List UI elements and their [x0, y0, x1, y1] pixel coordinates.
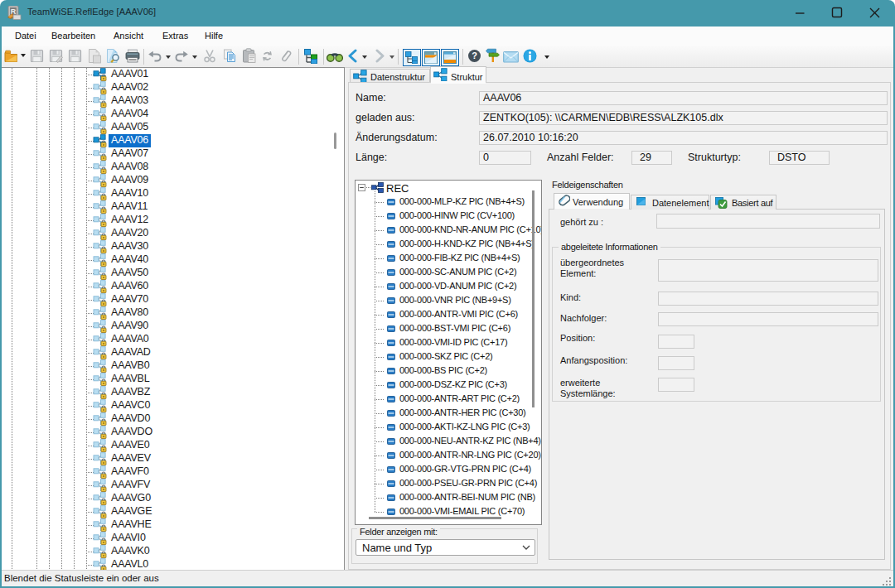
svg-text:?: ? [472, 51, 477, 60]
